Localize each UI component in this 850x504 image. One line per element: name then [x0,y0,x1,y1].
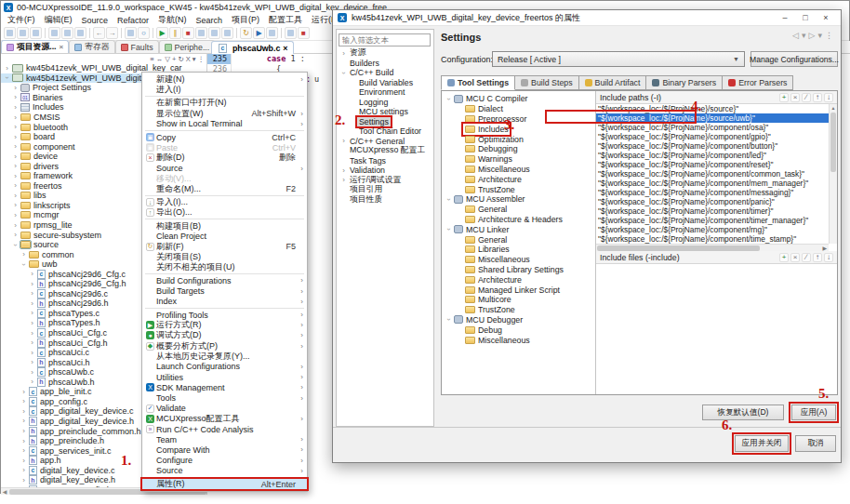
context-menu-item[interactable]: Configure› [142,456,307,466]
scrollbar-thumb[interactable] [830,113,836,172]
restore-defaults-button[interactable]: 恢复默认值(D) [702,405,784,420]
expand-icon[interactable]: › [11,162,20,170]
expand-icon[interactable]: › [20,407,28,416]
collapse-icon[interactable]: › [11,241,20,249]
include-path-row[interactable]: "${workspace_loc:/${ProjName}/component/… [596,234,829,244]
context-menu-item[interactable]: Tools› [142,392,307,403]
overflow-icon[interactable]: ⋮ [198,55,206,63]
expand-icon[interactable]: › [20,427,28,435]
tool-settings-item[interactable]: General [442,205,595,215]
expand-icon[interactable]: › [20,397,28,405]
properties-nav-item[interactable]: Build Variables [337,78,433,88]
expand-icon[interactable]: › [28,378,36,386]
expand-icon[interactable]: › [339,49,348,58]
expand-icon[interactable]: › [20,476,28,484]
edit-icon[interactable]: ∕ [802,253,811,262]
context-menu-item[interactable]: 进入(I) [142,85,307,95]
expand-icon[interactable]: › [20,437,28,445]
step-into-icon[interactable] [195,27,207,39]
move-down-icon[interactable]: ↓ [824,253,833,262]
include-path-row[interactable]: "${workspace_loc:/${ProjName}/component/… [596,169,829,179]
expand-icon[interactable]: › [28,329,36,338]
tab-build-steps[interactable]: Build Steps [515,75,579,90]
expand-icon[interactable]: › [28,368,36,377]
dropdown-icon[interactable]: ▾ [193,55,196,63]
context-menu-item[interactable]: ▣PasteCtrl+V [142,142,307,153]
delete-icon[interactable]: × [790,253,800,262]
scroll-right-icon[interactable]: ▶ [822,245,829,251]
apply-button[interactable]: 应用(A) [791,405,836,420]
delete-icon[interactable]: × [790,93,800,102]
context-menu-item[interactable]: ↑导出(O)... [142,207,307,218]
back-menu-icon[interactable]: ▾ [802,31,806,40]
expand-icon[interactable]: › [28,270,36,278]
context-menu-item[interactable]: 关闭不相关的项目(U) [142,262,307,272]
expand-icon[interactable]: › [11,181,20,190]
filter-input[interactable] [339,33,431,46]
expand-icon[interactable]: › [28,358,36,366]
expand-icon[interactable]: › [3,64,11,73]
context-menu-item[interactable]: Team› [142,434,307,444]
scrollbar-thumb[interactable] [597,245,760,251]
context-menu-item[interactable]: 属性(R)Alt+Enter [142,479,307,489]
expand-icon[interactable]: › [20,466,28,474]
tool-settings-item[interactable]: ›MCU Debugger [442,315,595,325]
menubar-item[interactable]: 编辑(E) [40,14,77,26]
expand-icon[interactable]: › [28,299,36,308]
expand-icon[interactable]: › [11,172,20,180]
tool-settings-item[interactable]: Architecture & Headers [442,215,595,225]
include-path-row[interactable]: "${workspace_loc:/${ProjName}/component/… [596,188,829,197]
expand-icon[interactable]: › [20,417,28,425]
collapse-icon[interactable]: › [3,73,11,82]
profile-icon[interactable] [266,27,278,39]
apply-and-close-button[interactable]: 应用并关闭 [735,435,789,452]
tool-settings-item[interactable]: Includes [442,124,595,134]
expand-icon[interactable]: › [28,338,36,347]
step-return-icon[interactable] [221,27,233,39]
expand-icon[interactable]: › [20,446,28,455]
context-menu-item[interactable]: 移动(V)... [142,174,307,184]
close-icon[interactable]: × [283,44,287,53]
maximize-icon[interactable]: □ [795,11,816,25]
tool-settings-item[interactable]: Libraries [442,245,595,255]
add-icon[interactable]: + [779,253,789,262]
menubar-item[interactable]: Refactor [113,16,153,25]
menubar-item[interactable]: 配置工具 [264,14,307,26]
tool-settings-item[interactable]: Managed Linker Script [442,285,595,295]
include-path-row[interactable]: "${workspace_loc:/${ProjName}/component/… [596,160,829,169]
save-all-icon[interactable] [30,27,42,39]
search-icon[interactable]: ○ [138,27,150,39]
tool-settings-item[interactable]: Warnings [442,154,595,165]
tool-settings-item[interactable]: Miscellaneous [442,255,595,265]
terminate-icon[interactable]: ■ [298,27,310,39]
move-down-icon[interactable]: ↓ [824,93,833,102]
properties-nav-item[interactable]: Task Tags [337,156,433,166]
context-menu-item[interactable]: 构建项目(B) [142,220,307,231]
properties-nav-item[interactable]: ›资源 [337,48,433,59]
cancel-button[interactable]: 取消 [795,435,836,452]
context-menu-item[interactable]: XSDK Management› [142,382,307,392]
properties-nav-item[interactable]: MCUXpresso 配置工 [337,146,433,156]
context-menu-item[interactable]: Compare With› [142,444,307,455]
pin-icon[interactable]: ⋮ [825,31,833,40]
include-paths-hscrollbar[interactable]: ▶ [596,244,829,251]
tool-settings-item[interactable]: Optimization [442,134,595,144]
tool-settings-item[interactable]: ›MCU Linker [442,224,595,234]
collapse-icon[interactable]: › [445,195,453,204]
debug-icon[interactable]: ▶ [253,27,265,39]
back-icon[interactable]: ◁ [792,31,799,40]
context-menu-item[interactable]: ▣CopyCtrl+C [142,132,307,142]
expand-icon[interactable]: › [11,103,20,112]
tab-error[interactable]: Error Parsers [723,75,793,90]
add-icon[interactable]: + [779,93,789,102]
include-path-row[interactable]: "${workspace_loc:/${ProjName}/component/… [596,206,829,216]
expand-icon[interactable]: › [20,250,28,259]
context-menu-item[interactable]: »Run C/C++ Code Analysis [142,424,307,434]
include-path-row[interactable]: "${workspace_loc:/${ProjName}/component/… [596,225,829,234]
context-menu-item[interactable]: 显示位置(W)Alt+Shift+W› [142,109,307,119]
expand-icon[interactable]: › [339,176,348,184]
properties-nav-item[interactable]: Builders [337,59,433,69]
include-path-row[interactable]: "${workspace_loc:/${ProjName}/component/… [596,216,829,225]
undo-icon[interactable]: ← [93,27,105,39]
properties-nav-item[interactable]: Tool Chain Editor [337,126,433,137]
